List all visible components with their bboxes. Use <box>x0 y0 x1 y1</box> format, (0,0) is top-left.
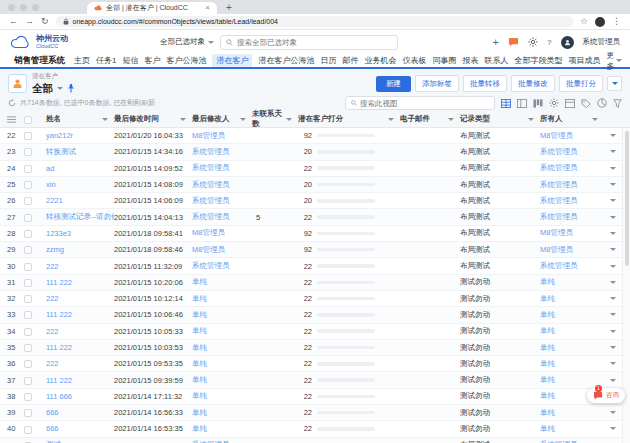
row-action-menu[interactable] <box>604 362 622 365</box>
row-checkbox[interactable] <box>24 214 32 222</box>
more-actions-button[interactable] <box>607 76 622 91</box>
lead-name-link[interactable]: 111 666 <box>46 392 72 401</box>
owner-link[interactable]: 单纯 <box>540 343 555 352</box>
owner-link[interactable]: 单纯 <box>540 359 555 368</box>
last-modifier-link[interactable]: 系统管理员 <box>192 180 230 189</box>
column-header[interactable]: 记录类型 <box>460 111 540 127</box>
pie-chart-icon[interactable] <box>597 98 607 108</box>
owner-link[interactable]: M8管理员 <box>540 228 573 237</box>
owner-link[interactable]: M8管理员 <box>540 245 573 254</box>
row-checkbox[interactable] <box>24 279 32 287</box>
column-chevron-icon[interactable] <box>448 118 454 121</box>
last-modifier-link[interactable]: 系统管理员 <box>192 212 230 221</box>
support-chat-widget[interactable]: 1 咨询 <box>587 388 625 403</box>
row-checkbox[interactable] <box>24 197 32 205</box>
row-action-menu[interactable] <box>604 150 622 153</box>
back-icon[interactable]: ← <box>9 17 18 26</box>
lead-name-link[interactable]: zzmg <box>46 245 64 254</box>
kanban-view-icon[interactable] <box>533 99 543 108</box>
row-checkbox[interactable] <box>24 132 32 140</box>
owner-link[interactable]: 单纯 <box>540 310 555 319</box>
browser-menu-icon[interactable]: ⋮ <box>612 17 621 26</box>
last-modifier-link[interactable]: 单纯 <box>192 343 207 352</box>
nav-tab[interactable]: 同事圈 <box>432 55 456 66</box>
last-modifier-link[interactable]: 系统管理员 <box>192 261 230 270</box>
lead-name-link[interactable]: 111 222 <box>46 376 72 385</box>
cloudcc-logo[interactable]: 神州云动 CloudCC <box>10 35 160 50</box>
row-checkbox[interactable] <box>24 311 32 319</box>
lead-name-link[interactable]: 666 <box>46 408 59 417</box>
column-chevron-icon[interactable] <box>388 118 394 121</box>
column-header[interactable]: 所有人 <box>540 111 604 127</box>
lead-name-link[interactable]: 111 222 <box>46 343 72 352</box>
batch-action-button[interactable]: 批量转移 <box>463 75 507 92</box>
owner-link[interactable]: 单纯 <box>540 408 555 417</box>
hamburger-icon[interactable] <box>7 116 16 123</box>
global-search-input[interactable] <box>237 38 392 47</box>
last-modifier-link[interactable]: 单纯 <box>192 326 207 335</box>
last-modifier-link[interactable]: 单纯 <box>192 310 207 319</box>
column-header[interactable]: 姓名 <box>46 111 114 127</box>
last-modifier-link[interactable]: M8管理员 <box>192 131 225 140</box>
global-search-box[interactable] <box>220 35 398 50</box>
column-header[interactable]: 潜在客户打分 <box>298 111 400 127</box>
nav-tab[interactable]: 项目成员 <box>568 55 600 66</box>
last-modifier-link[interactable]: 单纯 <box>192 294 207 303</box>
row-action-menu[interactable] <box>604 379 622 382</box>
lead-name-link[interactable]: 2221 <box>46 196 63 205</box>
owner-link[interactable]: M8管理员 <box>540 131 573 140</box>
select-all-checkbox[interactable] <box>24 116 32 124</box>
row-action-menu[interactable] <box>604 411 622 414</box>
window-controls[interactable] <box>8 0 39 14</box>
row-action-menu[interactable] <box>604 281 622 284</box>
row-action-menu[interactable] <box>604 330 622 333</box>
tag-icon[interactable] <box>581 99 591 108</box>
lead-name-link[interactable]: 222 <box>46 359 59 368</box>
last-modifier-link[interactable]: 系统管理员 <box>192 163 230 172</box>
browser-profile-avatar[interactable] <box>595 17 605 27</box>
lead-name-link[interactable]: 666 <box>46 424 59 433</box>
help-icon[interactable]: ? <box>547 38 551 47</box>
last-modifier-link[interactable]: 单纯 <box>192 375 207 384</box>
last-modifier-link[interactable]: 系统管理员 <box>192 196 230 205</box>
row-checkbox[interactable] <box>24 360 32 368</box>
window-close-button[interactable] <box>8 4 15 11</box>
view-selector-chevron[interactable] <box>57 87 63 90</box>
row-checkbox[interactable] <box>24 328 32 336</box>
column-chevron-icon[interactable] <box>240 118 246 121</box>
last-modifier-link[interactable]: 单纯 <box>192 424 207 433</box>
owner-link[interactable]: 单纯 <box>540 391 555 400</box>
lead-name-link[interactable]: 222 <box>46 294 59 303</box>
view-search-box[interactable] <box>345 96 495 110</box>
nav-tab[interactable]: 日历 <box>320 55 336 66</box>
new-tab-button[interactable]: + <box>226 2 232 14</box>
row-checkbox[interactable] <box>24 393 32 401</box>
lead-name-link[interactable]: yan212r <box>46 131 73 140</box>
nav-tab[interactable]: 报表 <box>462 55 478 66</box>
row-checkbox[interactable] <box>24 148 32 156</box>
row-action-menu[interactable] <box>604 248 622 251</box>
row-action-menu[interactable] <box>604 216 622 219</box>
scrollbar-thumb[interactable] <box>625 131 629 266</box>
lead-name-link[interactable]: 111 222 <box>46 278 72 287</box>
refresh-icon[interactable] <box>8 99 16 107</box>
batch-action-button[interactable]: 批量修改 <box>511 75 555 92</box>
pin-icon[interactable] <box>67 84 75 93</box>
bookmark-star-icon[interactable]: ☆ <box>580 17 588 26</box>
forward-icon[interactable]: → <box>25 17 34 26</box>
row-action-menu[interactable] <box>604 232 622 235</box>
nav-tab[interactable]: 客户 <box>144 55 160 66</box>
nav-tab[interactable]: 短信 <box>122 55 138 66</box>
owner-link[interactable]: 单纯 <box>540 375 555 384</box>
row-checkbox[interactable] <box>24 344 32 352</box>
settings-gear-icon[interactable] <box>528 37 538 47</box>
row-action-menu[interactable] <box>604 199 622 202</box>
board-icon[interactable] <box>565 99 575 108</box>
nav-tab[interactable]: 联系人 <box>484 55 508 66</box>
lead-name-link[interactable]: xin <box>46 180 56 189</box>
row-action-menu[interactable] <box>604 134 622 137</box>
owner-link[interactable]: 系统管理员 <box>540 163 578 172</box>
column-header[interactable]: 电子邮件 <box>400 111 460 127</box>
column-chevron-icon[interactable] <box>180 118 186 121</box>
row-checkbox[interactable] <box>24 409 32 417</box>
